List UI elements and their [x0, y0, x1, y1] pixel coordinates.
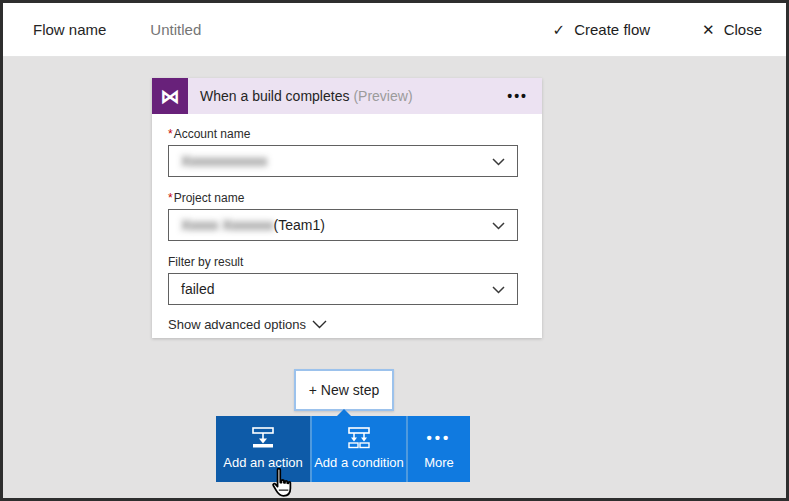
project-name-field: *Project name Xxxxx Xxxxxxx (Team1): [168, 191, 518, 241]
flow-name-input[interactable]: [150, 21, 370, 38]
add-a-condition-label: Add a condition: [314, 455, 404, 470]
chevron-down-icon: [492, 152, 505, 170]
add-action-icon: [249, 424, 277, 452]
preview-badge: (Preview): [353, 88, 412, 104]
top-bar-actions: ✓ Create flow ✕ Close: [553, 21, 762, 39]
project-name-dropdown[interactable]: Xxxxx Xxxxxxx (Team1): [168, 209, 518, 241]
project-name-label: *Project name: [168, 191, 518, 205]
add-a-condition-button[interactable]: Add a condition: [310, 416, 406, 482]
show-advanced-options-button[interactable]: Show advanced options: [168, 317, 327, 332]
card-ellipsis-menu-button[interactable]: •••: [507, 88, 528, 104]
chevron-down-icon: [492, 216, 505, 234]
create-flow-button[interactable]: ✓ Create flow: [553, 21, 650, 39]
create-flow-label: Create flow: [574, 21, 650, 38]
designer-canvas: Flow name ✓ Create flow ✕ Close ⋈ When a…: [3, 3, 786, 498]
close-icon: ✕: [702, 21, 715, 39]
check-icon: ✓: [553, 21, 566, 39]
more-ellipsis-icon: •••: [427, 424, 452, 452]
filter-by-result-label: Filter by result: [168, 255, 518, 269]
project-name-value-redacted: Xxxxx Xxxxxxx: [181, 217, 274, 233]
close-button[interactable]: ✕ Close: [702, 21, 762, 39]
flow-name-label: Flow name: [33, 21, 106, 38]
trigger-card-header[interactable]: ⋈ When a build completes(Preview) •••: [152, 78, 542, 114]
trigger-card-body: *Account name Xxxxxxxxxxxx *Project name: [152, 114, 542, 338]
visual-studio-icon: ⋈: [152, 78, 188, 114]
filter-by-result-field: Filter by result failed: [168, 255, 518, 305]
new-step-action-menu: Add an action Add a condition: [216, 416, 472, 482]
filter-by-result-value: failed: [181, 281, 214, 297]
account-name-value-redacted: Xxxxxxxxxxxx: [181, 153, 267, 169]
new-step-button[interactable]: + New step: [294, 369, 394, 411]
account-name-label: *Account name: [168, 127, 518, 141]
account-name-field: *Account name Xxxxxxxxxxxx: [168, 127, 518, 177]
required-asterisk: *: [168, 191, 173, 205]
top-bar: Flow name ✓ Create flow ✕ Close: [3, 3, 786, 57]
more-button[interactable]: ••• More: [406, 416, 470, 482]
trigger-card-title: When a build completes(Preview): [200, 88, 413, 104]
close-label: Close: [724, 21, 762, 38]
project-name-value-suffix: (Team1): [274, 217, 325, 233]
more-label: More: [424, 455, 454, 470]
add-an-action-button[interactable]: Add an action: [216, 416, 310, 482]
add-an-action-label: Add an action: [223, 455, 303, 470]
account-name-dropdown[interactable]: Xxxxxxxxxxxx: [168, 145, 518, 177]
required-asterisk: *: [168, 127, 173, 141]
chevron-down-icon: [312, 317, 327, 332]
add-condition-icon: [345, 424, 373, 452]
filter-by-result-dropdown[interactable]: failed: [168, 273, 518, 305]
trigger-card: ⋈ When a build completes(Preview) ••• *A…: [152, 78, 542, 338]
chevron-down-icon: [492, 280, 505, 298]
flow-designer-window: Flow name ✓ Create flow ✕ Close ⋈ When a…: [0, 0, 789, 501]
